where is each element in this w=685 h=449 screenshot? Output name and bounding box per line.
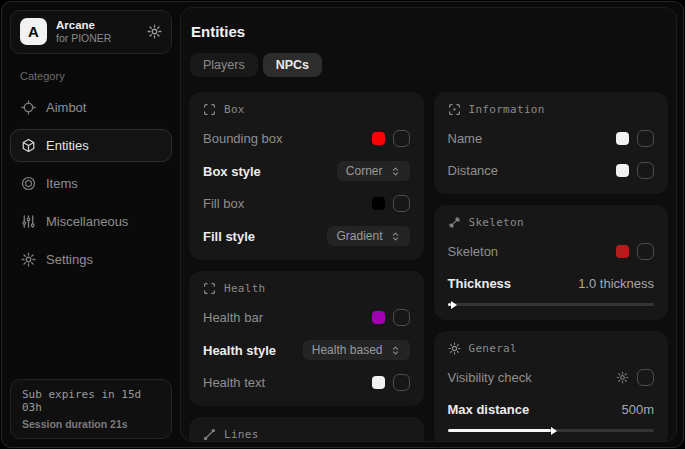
page-title: Entities — [191, 23, 668, 40]
setting-label: Distance — [448, 163, 499, 178]
setting-row: Box style Corner — [203, 161, 410, 181]
card-title: General — [469, 342, 517, 355]
distance-checkbox[interactable] — [637, 162, 654, 179]
chevron-up-down-icon — [390, 345, 401, 356]
general-card: General Visibility check Max distance — [434, 331, 669, 442]
card-title: Information — [469, 103, 545, 116]
setting-label: Thickness — [448, 276, 512, 291]
setting-row: Health bar — [203, 308, 410, 327]
app-name: Arcane — [56, 18, 138, 32]
information-card: Information Name Distance — [434, 92, 669, 194]
max-distance-slider[interactable] — [448, 429, 655, 432]
tab-players[interactable]: Players — [190, 53, 258, 77]
slider-fill[interactable] — [448, 303, 451, 306]
setting-row: Fill box — [203, 194, 410, 213]
sidebar-item-miscellaneous[interactable]: Miscellaneous — [10, 205, 172, 238]
corner-brackets-icon — [203, 282, 216, 295]
setting-row: Skeleton — [448, 242, 655, 261]
color-swatch[interactable] — [616, 132, 629, 145]
sidebar: A Arcane for PIONER Category Aimbot Enti… — [2, 2, 180, 447]
color-swatch[interactable] — [616, 245, 629, 258]
sidebar-item-label: Settings — [46, 252, 93, 267]
color-swatch[interactable] — [372, 311, 385, 324]
sub-expiry-text: Sub expires in 15d 03h — [22, 388, 160, 414]
setting-row: Health style Health based — [203, 340, 410, 360]
sliders-icon — [21, 214, 36, 229]
subscription-info-card: Sub expires in 15d 03h Session duration … — [10, 379, 172, 439]
category-label: Category — [20, 70, 172, 82]
bone-icon — [448, 216, 461, 229]
sidebar-item-settings[interactable]: Settings — [10, 243, 172, 276]
entities-icon — [21, 138, 36, 153]
slider-row: Max distance 500m — [448, 400, 655, 419]
app-window: A Arcane for PIONER Category Aimbot Enti… — [1, 1, 684, 448]
visibility-check-checkbox[interactable] — [637, 369, 654, 386]
sidebar-item-label: Entities — [46, 138, 89, 153]
skeleton-card-header: Skeleton — [448, 216, 655, 229]
fill-box-checkbox[interactable] — [393, 195, 410, 212]
box-style-dropdown[interactable]: Corner — [337, 161, 410, 181]
card-title: Box — [224, 103, 245, 116]
setting-row: Name — [448, 129, 655, 148]
color-swatch[interactable] — [372, 376, 385, 389]
gear-icon[interactable] — [147, 24, 162, 39]
sun-icon — [448, 342, 461, 355]
sidebar-item-label: Items — [46, 176, 78, 191]
skeleton-card: Skeleton Skeleton Thickness 1.0 thicknes… — [434, 205, 669, 320]
slider-fill[interactable] — [448, 429, 551, 432]
slider-value: 1.0 thickness — [578, 276, 654, 291]
color-swatch[interactable] — [372, 197, 385, 210]
information-card-header: Information — [448, 103, 655, 116]
health-style-dropdown[interactable]: Health based — [303, 340, 410, 360]
skeleton-checkbox[interactable] — [637, 243, 654, 260]
setting-label: Fill style — [203, 229, 255, 244]
corner-brackets-icon — [203, 103, 216, 116]
setting-label: Name — [448, 131, 483, 146]
setting-label: Box style — [203, 164, 261, 179]
sidebar-item-aimbot[interactable]: Aimbot — [10, 91, 172, 124]
main-panel: Entities Players NPCs Box Bounding box — [180, 7, 677, 442]
sidebar-item-items[interactable]: Items — [10, 167, 172, 200]
tab-npcs[interactable]: NPCs — [263, 53, 322, 77]
dropdown-value: Health based — [312, 343, 383, 357]
color-swatch[interactable] — [616, 164, 629, 177]
setting-row: Visibility check — [448, 368, 655, 387]
health-bar-checkbox[interactable] — [393, 309, 410, 326]
diagonal-line-icon — [203, 428, 216, 441]
dropdown-value: Corner — [346, 164, 383, 178]
setting-label: Health style — [203, 343, 276, 358]
general-card-header: General — [448, 342, 655, 355]
gear-icon — [21, 252, 36, 267]
lines-card: Lines View line Line to enemy — [189, 417, 424, 442]
lines-card-header: Lines — [203, 428, 410, 441]
health-text-checkbox[interactable] — [393, 374, 410, 391]
card-title: Lines — [224, 428, 259, 441]
sidebar-item-entities[interactable]: Entities — [10, 129, 172, 162]
app-title-block: Arcane for PIONER — [56, 18, 138, 46]
setting-label: Fill box — [203, 196, 244, 211]
box-icon — [21, 176, 36, 191]
name-checkbox[interactable] — [637, 130, 654, 147]
setting-row: Bounding box — [203, 129, 410, 148]
health-card: Health Health bar Health style Health ba… — [189, 271, 424, 406]
color-swatch[interactable] — [372, 132, 385, 145]
bounding-box-checkbox[interactable] — [393, 130, 410, 147]
setting-label: Health bar — [203, 310, 263, 325]
right-column: Information Name Distance — [434, 92, 669, 442]
setting-label: Health text — [203, 375, 265, 390]
sidebar-item-label: Aimbot — [46, 100, 86, 115]
box-card-header: Box — [203, 103, 410, 116]
sidebar-item-label: Miscellaneous — [46, 214, 128, 229]
slider-value: 500m — [621, 402, 654, 417]
fill-style-dropdown[interactable]: Gradient — [327, 226, 409, 246]
gear-icon[interactable] — [616, 371, 629, 384]
thickness-slider[interactable] — [448, 303, 655, 306]
box-card: Box Bounding box Box style Corner — [189, 92, 424, 260]
session-duration-text: Session duration 21s — [22, 418, 160, 430]
scan-info-icon — [448, 103, 461, 116]
card-title: Health — [224, 282, 266, 295]
setting-label: Visibility check — [448, 370, 532, 385]
left-column: Box Bounding box Box style Corner — [189, 92, 424, 442]
setting-row: Health text — [203, 373, 410, 392]
setting-label: Bounding box — [203, 131, 283, 146]
